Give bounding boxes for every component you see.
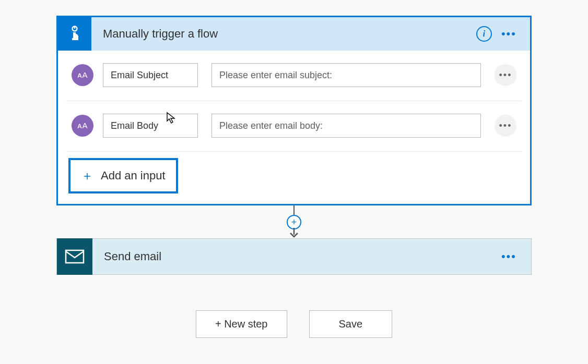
add-input-section: ＋ Add an input [66, 151, 522, 196]
input-prompt-field[interactable] [211, 63, 481, 87]
footer-actions: + New step Save [196, 310, 392, 338]
text-type-icon: ᴀA [72, 115, 93, 137]
action-card[interactable]: Send email ••• [56, 238, 532, 275]
trigger-header-actions: i ••• [476, 26, 530, 42]
manual-trigger-icon [58, 17, 91, 51]
email-icon [57, 238, 92, 275]
trigger-header[interactable]: Manually trigger a flow i ••• [58, 17, 530, 51]
input-name-field[interactable] [103, 63, 198, 87]
action-menu-button[interactable]: ••• [501, 250, 531, 263]
trigger-title: Manually trigger a flow [91, 27, 476, 41]
svg-rect-3 [66, 250, 84, 263]
trigger-card: Manually trigger a flow i ••• ᴀA ••• ᴀA … [56, 16, 532, 205]
input-row-menu-button[interactable]: ••• [495, 64, 516, 86]
step-connector: + [287, 205, 301, 238]
trigger-body: ᴀA ••• ᴀA ••• ＋ Add an input [58, 51, 530, 204]
input-name-field[interactable] [103, 114, 198, 138]
insert-step-button[interactable]: + [287, 215, 301, 229]
input-row: ᴀA ••• [66, 101, 522, 151]
arrow-down-icon [288, 228, 300, 238]
text-type-icon: ᴀA [72, 64, 93, 86]
input-prompt-field[interactable] [211, 114, 481, 138]
new-step-button[interactable]: + New step [196, 310, 287, 338]
info-icon[interactable]: i [476, 26, 492, 42]
connector-line [293, 205, 295, 215]
input-row: ᴀA ••• [66, 51, 522, 101]
plus-icon: ＋ [81, 167, 93, 184]
input-row-menu-button[interactable]: ••• [495, 115, 516, 137]
add-input-button[interactable]: ＋ Add an input [68, 158, 178, 193]
action-title: Send email [92, 250, 501, 263]
save-button[interactable]: Save [309, 310, 393, 338]
flow-canvas: Manually trigger a flow i ••• ᴀA ••• ᴀA … [0, 0, 588, 338]
trigger-menu-button[interactable]: ••• [501, 28, 516, 40]
add-input-label: Add an input [101, 169, 166, 183]
